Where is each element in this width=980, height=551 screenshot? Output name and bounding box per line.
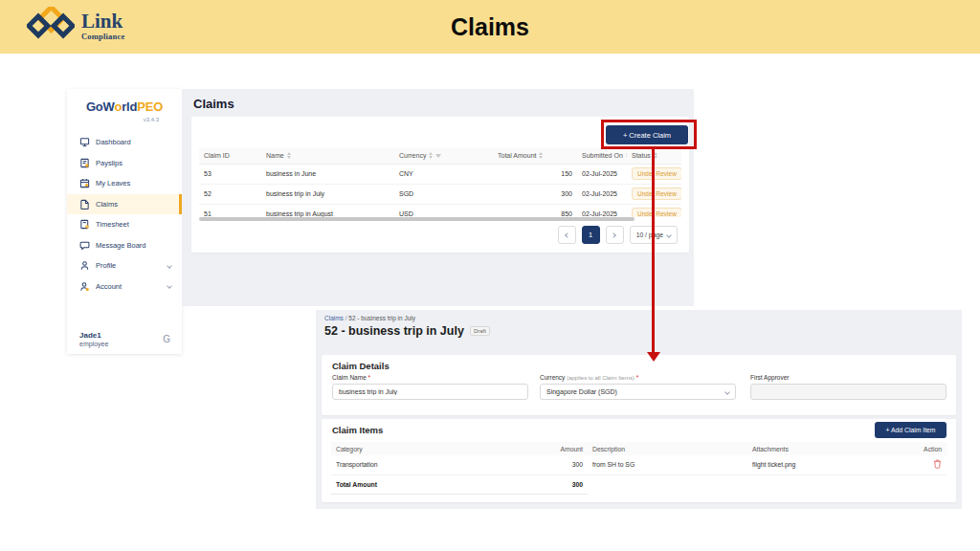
- required-asterisk: *: [636, 374, 639, 381]
- sidebar-item-label: Payslips: [96, 159, 122, 167]
- dashboard-icon: [79, 137, 90, 147]
- claim-items-total-row: Total Amount 300: [331, 474, 947, 494]
- horizontal-scrollbar[interactable]: [199, 217, 635, 221]
- sidebar-item-my-leaves[interactable]: My Leaves: [67, 173, 182, 194]
- breadcrumb: Claims / 52 - business trip in July: [324, 315, 415, 321]
- chevron-down-icon: [724, 389, 730, 395]
- col-name: Name: [266, 152, 284, 159]
- next-page-button[interactable]: [606, 226, 624, 244]
- sort-icon[interactable]: [539, 152, 543, 159]
- attachment-link[interactable]: flight ticket.png: [747, 455, 903, 474]
- app-version: v3.4.3: [67, 117, 182, 122]
- currency-select[interactable]: Singapore Dollar (SGD): [540, 384, 736, 400]
- sidebar: GoWorldPEO v3.4.3 Dashboard Payslips My …: [67, 89, 182, 354]
- filter-icon[interactable]: [435, 154, 441, 158]
- account-icon: [79, 281, 90, 292]
- col-total-amount: Total Amount: [498, 152, 536, 159]
- pagination: 1 10 / page: [558, 226, 678, 244]
- logo-part: GoW: [86, 99, 115, 114]
- sort-icon[interactable]: [626, 152, 627, 159]
- breadcrumb-separator: /: [345, 315, 347, 321]
- claim-items-heading: Claim Items: [332, 425, 383, 435]
- currency-field: Currency (applies to all Claim Items) * …: [540, 374, 736, 400]
- claims-table: Claim ID Name Currency Total Amount Subm…: [199, 148, 681, 217]
- col-submitted-on: Submitted On: [582, 152, 623, 159]
- prev-page-button[interactable]: [558, 226, 576, 244]
- page-number-button[interactable]: 1: [582, 226, 600, 244]
- claim-detail-panel: Claims / 52 - business trip in July 52 -…: [316, 310, 962, 509]
- currency-label: Currency: [540, 374, 565, 381]
- sidebar-item-profile[interactable]: Profile: [67, 255, 182, 276]
- user-role: employee: [79, 341, 108, 347]
- claim-row[interactable]: 53 business in June CNY 150 02-Jul-2025 …: [199, 164, 681, 184]
- profile-icon: [79, 260, 90, 271]
- sidebar-item-label: Dashboard: [96, 138, 131, 146]
- delete-icon[interactable]: [933, 459, 942, 469]
- annotation-arrow-line: [652, 149, 655, 352]
- annotation-arrow-head: [647, 352, 660, 362]
- col-action: Action: [903, 442, 947, 455]
- claim-item-row: Transportation 300 from SH to SG flight …: [331, 455, 947, 474]
- currency-hint: (applies to all Claim Items): [567, 375, 635, 381]
- col-description: Description: [588, 442, 747, 455]
- logo-part: PEO: [137, 99, 163, 114]
- sidebar-item-label: Claims: [96, 200, 118, 209]
- breadcrumb-claims-link[interactable]: Claims: [324, 315, 344, 321]
- col-attachments: Attachments: [747, 442, 903, 455]
- sidebar-item-label: Account: [96, 282, 122, 291]
- payslips-icon: [79, 158, 90, 168]
- sort-icon[interactable]: [287, 152, 291, 159]
- first-approver-label: First Approver: [750, 374, 789, 381]
- claim-name-field: Claim Name *: [332, 374, 528, 400]
- chevron-down-icon: [167, 283, 172, 289]
- total-label: Total Amount: [331, 474, 503, 494]
- total-amount: 300: [503, 474, 588, 494]
- message-board-icon: [79, 240, 90, 251]
- logo-part: rld: [122, 99, 137, 114]
- col-category: Category: [331, 442, 503, 455]
- col-claim-id: Claim ID: [204, 152, 230, 159]
- claims-table-scroll-area[interactable]: Claim ID Name Currency Total Amount Subm…: [199, 148, 681, 217]
- chevron-down-icon: [167, 263, 172, 269]
- claim-items-card: Claim Items + Add Claim Item Category Am…: [322, 419, 956, 502]
- user-name: Jade1: [79, 331, 108, 340]
- claim-row[interactable]: 51 business trip in August USD 850 02-Ju…: [199, 204, 681, 217]
- sidebar-item-claims[interactable]: Claims: [67, 194, 182, 215]
- claim-detail-title: 52 - business trip in July Draft: [324, 324, 490, 338]
- status-badge: Under Review: [632, 187, 681, 200]
- col-currency: Currency: [399, 152, 426, 159]
- timesheet-icon: [79, 219, 90, 230]
- add-claim-item-button[interactable]: + Add Claim Item: [875, 422, 947, 438]
- status-badge: Under Review: [632, 167, 681, 180]
- sidebar-item-label: My Leaves: [96, 179, 130, 187]
- claim-name-label: Claim Name: [332, 374, 367, 381]
- claim-items-table: Category Amount Description Attachments …: [331, 442, 947, 495]
- goworldpeo-logo: GoWorldPEO: [67, 89, 182, 114]
- sidebar-item-dashboard[interactable]: Dashboard: [67, 132, 182, 153]
- sidebar-item-timesheet[interactable]: Timesheet: [67, 214, 182, 235]
- sidebar-item-account[interactable]: Account: [67, 276, 182, 298]
- chevron-down-icon: [666, 232, 672, 238]
- first-approver-field: First Approver: [750, 374, 947, 400]
- sidebar-item-message-board[interactable]: Message Board: [67, 235, 182, 256]
- required-asterisk: *: [368, 374, 371, 381]
- claim-row[interactable]: 52 business trip in July SGD 300 02-Jul-…: [199, 184, 681, 204]
- first-approver-input: [750, 384, 947, 400]
- claim-details-heading: Claim Details: [332, 361, 390, 371]
- breadcrumb-current: 52 - business trip in July: [348, 315, 415, 321]
- sidebar-item-payslips[interactable]: Payslips: [67, 153, 182, 174]
- calendar-icon: [79, 178, 90, 188]
- col-status: Status: [632, 152, 651, 159]
- chevron-right-icon: [611, 232, 616, 238]
- draft-badge: Draft: [470, 326, 490, 336]
- claim-name-input[interactable]: [332, 384, 528, 400]
- col-amount: Amount: [503, 442, 588, 455]
- sidebar-item-label: Profile: [96, 261, 116, 270]
- claims-table-header-row: Claim ID Name Currency Total Amount Subm…: [199, 148, 681, 164]
- chevron-left-icon: [565, 232, 570, 238]
- logout-icon[interactable]: G: [163, 334, 170, 344]
- currency-value: Singapore Dollar (SGD): [546, 388, 617, 395]
- sidebar-nav: Dashboard Payslips My Leaves Claims Time…: [67, 132, 182, 297]
- sort-icon[interactable]: [429, 152, 433, 159]
- slide-title: Claims: [0, 13, 980, 41]
